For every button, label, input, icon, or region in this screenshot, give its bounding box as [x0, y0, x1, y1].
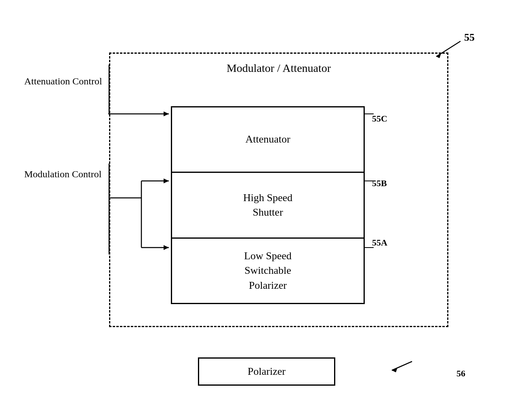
polarizer-label: Polarizer — [248, 365, 286, 378]
attenuator-box: Attenuator — [172, 107, 364, 173]
polarizer-box: Polarizer — [198, 357, 335, 386]
inner-components-box: Attenuator High SpeedShutter Low SpeedSw… — [171, 106, 365, 304]
outer-dashed-box: Modulator / Attenuator Attenuator High S… — [109, 52, 448, 327]
modulator-attenuator-title: Modulator / Attenuator — [110, 62, 447, 75]
high-speed-shutter-label: High SpeedShutter — [243, 191, 292, 220]
svg-marker-17 — [392, 368, 397, 372]
attenuation-control-label: Attenuation Control — [24, 75, 102, 88]
ref-55a: 55A — [372, 237, 387, 248]
low-speed-polarizer-label: Low SpeedSwitchablePolarizer — [244, 249, 292, 293]
svg-line-16 — [392, 361, 412, 370]
low-speed-polarizer-box: Low SpeedSwitchablePolarizer — [172, 239, 364, 303]
attenuator-label: Attenuator — [245, 132, 290, 147]
diagram-container: 55 Modulator / Attenuator Attenuator Hig… — [20, 24, 513, 408]
ref-number-55: 55 — [464, 32, 475, 44]
ref-55b: 55B — [372, 178, 387, 189]
ref-56: 56 — [456, 368, 465, 379]
ref-55c: 55C — [372, 113, 387, 124]
modulation-control-label: Modulation Control — [24, 168, 101, 181]
high-speed-shutter-box: High SpeedShutter — [172, 173, 364, 238]
